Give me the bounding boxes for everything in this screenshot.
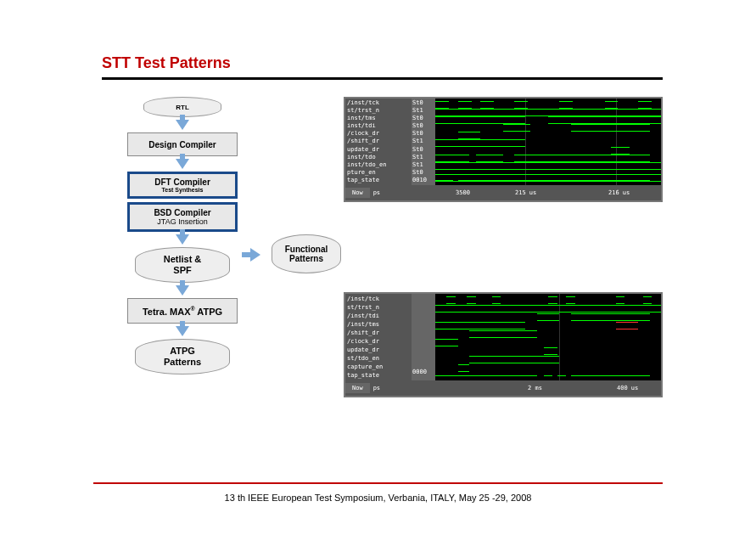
wave-now-val: ps	[373, 189, 380, 196]
waveform-bottom-signal-values: 0000	[412, 294, 435, 380]
arrow-down-icon	[176, 120, 189, 130]
signal-name: /shift_dr	[345, 330, 412, 336]
signal-value: St1	[412, 108, 435, 114]
signal-name: st/trst_n	[345, 108, 412, 114]
arrow-down-icon	[176, 326, 189, 336]
bsd-compiler-sub: JTAG Insertion	[157, 217, 207, 226]
waveform-bottom: /inst/tckst/trst_n/inst/tdi/inst/tms/shi…	[344, 292, 663, 397]
waveform-top-scope	[435, 99, 661, 185]
slide: STT Test Patterns RTL Design Compiler DF…	[0, 0, 756, 535]
signal-value: St1	[412, 138, 435, 144]
tetramax-tail: ATPG	[195, 306, 222, 316]
bsd-compiler-label: BSD Compiler	[154, 208, 210, 217]
atpg-label: ATPG Patterns	[164, 346, 201, 367]
arrow-down-icon	[176, 234, 189, 245]
netlist-label: Netlist & SPF	[164, 254, 202, 275]
signal-name: tap_state	[345, 373, 412, 379]
footer-rule	[93, 482, 663, 484]
signal-name: update_dr	[345, 347, 412, 353]
signal-value: St1	[412, 155, 435, 160]
tetramax-label: Tetra. MAX® ATPG	[143, 306, 222, 317]
signal-name: st/trst_n	[345, 305, 412, 311]
wave-tick: 3500	[456, 189, 470, 196]
signal-name: inst/tdo	[345, 155, 412, 160]
signal-name: /clock_dr	[345, 131, 412, 137]
title-underline	[102, 77, 663, 80]
signal-name: st/tdo_en	[345, 356, 412, 362]
waveform-bottom-timebar: Now ps 2 ms 400 us	[345, 380, 661, 396]
arrow-down-icon	[176, 159, 189, 169]
wave-now-val: ps	[373, 385, 380, 391]
dft-compiler-sub: Test Synthesis	[162, 187, 204, 193]
arrow-down-icon	[176, 285, 189, 296]
bsd-compiler-box: BSD Compiler JTAG Insertion	[127, 202, 238, 232]
title-block: STT Test Patterns	[102, 51, 663, 80]
signal-value: 0000	[412, 369, 435, 375]
waveform-top-timebar: Now ps 3500 215 us 216 us	[345, 185, 661, 200]
wave-tick: 215 us	[515, 189, 536, 196]
signal-name: /inst/tck	[345, 296, 412, 302]
signal-name: capture_en	[345, 364, 412, 370]
functional-patterns-label: Functional Patterns	[285, 245, 328, 263]
signal-name: inst/tdi	[345, 123, 412, 129]
signal-value: St0	[412, 147, 435, 153]
footer-text: 13 th IEEE European Test Symposium, Verb…	[0, 493, 756, 503]
signal-value: St0	[412, 115, 435, 121]
signal-name: /inst/tdi	[345, 313, 412, 319]
waveform-bottom-signal-names: /inst/tckst/trst_n/inst/tdi/inst/tms/shi…	[345, 294, 412, 380]
signal-name: pture_en	[345, 170, 412, 176]
wave-now-label: Now	[352, 385, 363, 391]
flow-column: RTL Design Compiler DFT Compiler Test Sy…	[110, 97, 255, 374]
signal-name: /inst/tck	[345, 100, 412, 106]
waveform-top: /inst/tckst/trst_ninst/tmsinst/tdi/clock…	[344, 97, 663, 202]
signal-name: update_dr	[345, 147, 412, 153]
waveform-top-signal-values: St0St1St0St0St0St1St0St1St1St00010	[412, 99, 435, 185]
wave-now-label: Now	[352, 189, 363, 196]
functional-patterns-cylinder: Functional Patterns	[272, 234, 341, 273]
signal-name: /inst/tms	[345, 322, 412, 328]
slide-title: STT Test Patterns	[102, 51, 663, 76]
design-compiler-box: Design Compiler	[127, 132, 238, 156]
signal-value: St0	[412, 123, 435, 129]
dft-compiler-label: DFT Compiler	[154, 177, 210, 187]
signal-value: 0010	[412, 177, 435, 183]
signal-value: St0	[412, 100, 435, 106]
signal-value: St0	[412, 131, 435, 137]
arrow-right-icon	[250, 248, 260, 262]
waveform-top-signal-names: /inst/tckst/trst_ninst/tmsinst/tdi/clock…	[345, 99, 412, 185]
waveform-bottom-scope	[435, 294, 661, 380]
wave-tick: 400 us	[617, 385, 638, 391]
tetramax-box: Tetra. MAX® ATPG	[127, 298, 238, 324]
netlist-cylinder: Netlist & SPF	[135, 247, 230, 283]
dft-compiler-box: DFT Compiler Test Synthesis	[127, 172, 238, 199]
wave-tick: 216 us	[608, 189, 630, 196]
signal-name: inst/tdo_en	[345, 162, 412, 168]
signal-name: /clock_dr	[345, 339, 412, 345]
signal-name: tap_state	[345, 177, 412, 183]
signal-name: /shift_dr	[345, 138, 412, 144]
wave-tick: 2 ms	[528, 385, 542, 391]
signal-value: St1	[412, 162, 435, 168]
signal-name: inst/tms	[345, 115, 412, 121]
tetramax-name: Tetra. MAX	[143, 306, 191, 316]
atpg-patterns-cylinder: ATPG Patterns	[135, 339, 230, 374]
signal-value: St0	[412, 170, 435, 176]
content-area: RTL Design Compiler DFT Compiler Test Sy…	[110, 97, 663, 470]
